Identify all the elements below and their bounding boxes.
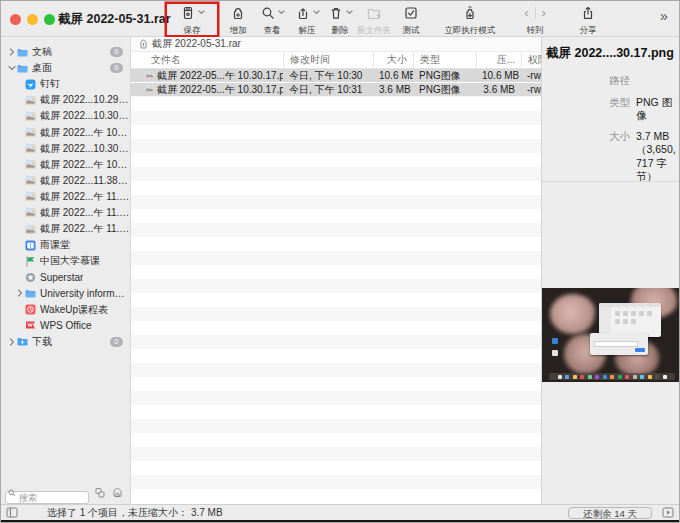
toolbar-button-direct-mode[interactable]: 立即执行模式: [435, 4, 505, 35]
column-header-4[interactable]: 压...: [476, 52, 521, 68]
file-name-cell: 截屏 2022-05...午 10.30.17.png: [131, 69, 283, 82]
archive-file-icon: [139, 39, 148, 49]
sidebar-item-钉钉[interactable]: 钉钉: [1, 76, 130, 92]
trial-remaining-button[interactable]: 还剩余 14 天: [568, 507, 652, 519]
inspector-field: 类型PNG 图像: [542, 96, 680, 122]
sidebar-item-截屏-2022-11-38-44[interactable]: 截屏 2022...11.38.44: [1, 173, 130, 189]
status-bar: 选择了 1 个项目，未压缩大小： 3.7 MB 还剩余 14 天: [1, 504, 680, 520]
packed-cell: 10.6 MB: [476, 69, 521, 82]
sidebar: 文稿0桌面0钉钉截屏 2022...10.29.46截屏 2022...10.3…: [1, 37, 131, 504]
toolbar-button-view[interactable]: 查看: [254, 4, 290, 35]
zoom-window-button[interactable]: [44, 14, 55, 25]
toolbar-button-label: 查看: [264, 25, 281, 35]
titlebar: 截屏 2022-05-31.rar 保存增加查看解压删除新文件夹测试立即执行模式…: [1, 1, 680, 37]
preview-toggle-icon[interactable]: [111, 487, 124, 499]
folder-icon: [17, 63, 28, 74]
sidebar-count-badge: 0: [110, 63, 123, 73]
toolbar-button-add[interactable]: 增加: [222, 4, 254, 35]
sidebar-item-superstar[interactable]: Superstar: [1, 269, 130, 285]
table-row[interactable]: 截屏 2022-05...午 10.30.17.png今日, 下午 10:301…: [131, 69, 541, 82]
sidebar-item-截屏-2022-10-30-04[interactable]: 截屏 2022...10.30.04: [1, 108, 130, 124]
right-panel-toggle-icon[interactable]: [662, 507, 674, 518]
inspector-divider: [542, 181, 680, 182]
sidebar-count-badge: 0: [110, 47, 123, 57]
sidebar-item-截屏-2022-午-11-39-54[interactable]: 截屏 2022...午 11.39.54: [1, 221, 130, 237]
search-icon: [8, 489, 16, 497]
image-icon: [25, 95, 36, 106]
sidebar-toggle-icon[interactable]: [6, 507, 18, 518]
sidebar-item-wps-office[interactable]: WPS Office: [1, 318, 130, 334]
image-icon: [25, 207, 36, 218]
sidebar-count-badge: 0: [110, 337, 123, 347]
trash-icon: [328, 4, 353, 21]
sidebar-item-label: 雨课堂: [40, 238, 70, 252]
table-header-row: 文件名修改时间大小类型压...权限: [131, 52, 541, 69]
column-header-3[interactable]: 类型: [413, 52, 476, 68]
sidebar-item-文稿[interactable]: 文稿0: [1, 44, 130, 60]
toolbar-button-save[interactable]: 保存: [167, 4, 217, 35]
sidebar-item-label: 截屏 2022...午 11.39.34: [40, 190, 130, 204]
column-header-0[interactable]: 文件名: [131, 52, 283, 68]
sidebar-item-wakeup课程表[interactable]: WakeUp课程表: [1, 302, 130, 318]
toolbar-overflow-button[interactable]: »: [660, 8, 668, 24]
toolbar-button-label: 删除: [332, 25, 349, 35]
file-name-cell: 截屏 2022-05...午 10.30.17.png: [131, 83, 283, 96]
chevron-right-icon[interactable]: [7, 48, 17, 56]
inspector-field-label: 类型: [542, 96, 630, 122]
chevron-down-icon[interactable]: [7, 65, 17, 71]
toolbar-button-test[interactable]: 测试: [395, 4, 427, 35]
file-name-text: 截屏 2022-05...午 10.30.17.png: [157, 83, 283, 96]
toolbar-button-label: 立即执行模式: [445, 25, 496, 35]
table-row[interactable]: 截屏 2022-05...午 10.30.17.png今日, 下午 10:313…: [131, 83, 541, 96]
wakeup-icon: [25, 304, 36, 315]
toolbar-button-share[interactable]: 分享: [569, 4, 607, 35]
inspector-field: 大小3.7 MB （3,650,717 字节）: [542, 130, 680, 183]
column-header-5[interactable]: 权限: [521, 52, 541, 68]
traffic-lights: [10, 14, 55, 25]
sidebar-item-雨课堂[interactable]: 雨课堂: [1, 237, 130, 253]
search-input[interactable]: [5, 491, 89, 504]
sidebar-item-截屏-2022-午-11-39-34[interactable]: 截屏 2022...午 11.39.34: [1, 189, 130, 205]
image-file-icon: [145, 69, 154, 82]
chevron-right-icon[interactable]: [15, 289, 25, 297]
sidebar-item-label: 桌面: [32, 61, 52, 75]
magnifier-icon: [260, 4, 285, 21]
sidebar-item-label: 文稿: [32, 45, 52, 59]
minimize-window-button[interactable]: [27, 14, 38, 25]
sidebar-item-桌面[interactable]: 桌面0: [1, 60, 130, 76]
toolbar-button-extract[interactable]: 解压: [290, 4, 324, 35]
preview-image: [542, 288, 680, 382]
checkbox-icon: [403, 4, 419, 21]
flatten-view-icon[interactable]: [94, 487, 106, 499]
archive-save-icon: [180, 4, 205, 21]
wps-icon: [25, 320, 36, 331]
sidebar-item-中国大学慕课[interactable]: 中国大学慕课: [1, 253, 130, 269]
sidebar-item-下载[interactable]: 下载0: [1, 334, 130, 350]
sidebar-search-row: [1, 484, 131, 502]
toolbar-button-label: 保存: [184, 25, 201, 35]
type-cell: PNG图像: [413, 69, 476, 82]
column-header-2[interactable]: 大小: [373, 52, 413, 68]
preview-dock-shape: [549, 373, 675, 380]
column-header-1[interactable]: 修改时间: [283, 52, 373, 68]
toolbar-button-label: 新文件夹: [357, 25, 391, 35]
close-window-button[interactable]: [10, 14, 21, 25]
chevron-right-icon[interactable]: [7, 338, 17, 346]
sidebar-item-截屏-2022-午-10-30-17[interactable]: 截屏 2022...午 10.30.17: [1, 124, 130, 140]
sidebar-item-截屏-2022-10-29-46[interactable]: 截屏 2022...10.29.46: [1, 92, 130, 108]
preview-rose-blob: [550, 294, 596, 334]
sidebar-item-label: Superstar: [40, 272, 83, 283]
inspector-field: 路径: [542, 74, 680, 88]
folder-icon: [25, 288, 36, 299]
sidebar-item-university-information[interactable]: University information: [1, 285, 130, 301]
sidebar-item-截屏-2022-10-30-48[interactable]: 截屏 2022...10.30.48: [1, 141, 130, 157]
breadcrumb[interactable]: 截屏 2022-05-31.rar: [131, 37, 541, 52]
yuketang-icon: [25, 240, 36, 251]
inspector-field-label: 大小: [542, 130, 630, 183]
toolbar-button-goto[interactable]: ‹›转到: [510, 4, 560, 35]
preview-dialog-shape: [590, 333, 648, 355]
archive-app-window: 截屏 2022-05-31.rar 保存增加查看解压删除新文件夹测试立即执行模式…: [0, 0, 680, 523]
sidebar-item-label: 截屏 2022...午 10.31.48: [40, 158, 130, 172]
sidebar-item-截屏-2022-午-11-39-51[interactable]: 截屏 2022...午 11.39.51: [1, 205, 130, 221]
sidebar-item-截屏-2022-午-10-31-48[interactable]: 截屏 2022...午 10.31.48: [1, 157, 130, 173]
